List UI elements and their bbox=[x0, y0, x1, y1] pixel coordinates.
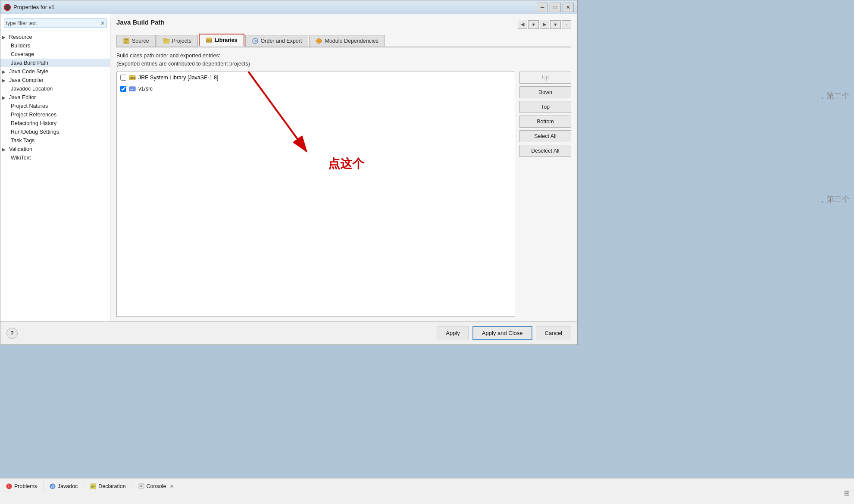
tab-source[interactable]: Source bbox=[116, 35, 156, 47]
sidebar-item-java-editor[interactable]: ▶ Java Editor bbox=[0, 93, 110, 102]
jre-checkbox[interactable] bbox=[120, 75, 126, 81]
bottom-tab-javadoc[interactable]: @ Javadoc bbox=[44, 481, 84, 491]
nav-back-dropdown[interactable]: ▼ bbox=[528, 20, 539, 29]
window-title: Properties for v1 bbox=[13, 4, 54, 10]
sidebar-item-javadoc-location[interactable]: Javadoc Location bbox=[0, 85, 110, 93]
v1src-checkbox[interactable] bbox=[120, 86, 126, 92]
top-button[interactable]: Top bbox=[519, 101, 571, 113]
tab-module-dependencies-label: Module Dependencies bbox=[325, 38, 378, 44]
bottom-tab-javadoc-label: Javadoc bbox=[58, 483, 78, 489]
problems-icon: ! bbox=[6, 483, 12, 489]
deselect-all-button[interactable]: Deselect All bbox=[519, 145, 571, 157]
sidebar-item-wikitext[interactable]: WikiText bbox=[0, 153, 110, 162]
classpath-list[interactable]: JRE JRE System Library [JavaSE-1.8] src bbox=[116, 72, 515, 317]
sidebar-item-coverage[interactable]: Coverage bbox=[0, 50, 110, 59]
sidebar-item-label-project-natures: Project Natures bbox=[11, 103, 48, 109]
nav-back-button[interactable]: ◀ bbox=[518, 20, 527, 29]
dialog-body: ✕ ▶ Resource Builders Coverage Java Buil… bbox=[0, 14, 577, 321]
sidebar-item-label-validation: Validation bbox=[9, 146, 32, 152]
filter-clear-icon[interactable]: ✕ bbox=[100, 20, 105, 26]
sidebar-item-builders[interactable]: Builders bbox=[0, 41, 110, 50]
svg-text:@: @ bbox=[51, 485, 55, 489]
bottom-tab-console[interactable]: Console ✕ bbox=[132, 481, 181, 491]
svg-text:!: ! bbox=[8, 485, 9, 489]
minimize-button[interactable]: ─ bbox=[537, 3, 548, 12]
sidebar-item-label-javadoc-location: Javadoc Location bbox=[11, 86, 53, 92]
description-line1: Build class path order and exported entr… bbox=[116, 52, 571, 60]
tab-projects-icon bbox=[163, 38, 170, 44]
main-area: JRE JRE System Library [JavaSE-1.8] src bbox=[116, 72, 571, 317]
jre-icon: JRE bbox=[129, 74, 136, 81]
nav-forward-dropdown[interactable]: ▼ bbox=[550, 20, 561, 29]
bottom-button[interactable]: Bottom bbox=[519, 116, 571, 128]
console-close-button[interactable]: ✕ bbox=[170, 484, 174, 489]
tab-libraries[interactable]: Libraries bbox=[199, 34, 244, 47]
help-button[interactable]: ? bbox=[6, 328, 18, 339]
sidebar-item-run-debug-settings[interactable]: Run/Debug Settings bbox=[0, 128, 110, 136]
apply-button[interactable]: Apply bbox=[437, 326, 469, 340]
expand-arrow-validation: ▶ bbox=[2, 147, 7, 152]
sidebar-item-label-run-debug-settings: Run/Debug Settings bbox=[11, 129, 59, 135]
restore-button[interactable]: □ bbox=[550, 3, 561, 12]
cancel-button[interactable]: Cancel bbox=[536, 326, 571, 340]
sidebar-item-project-references[interactable]: Project References bbox=[0, 110, 110, 119]
src-icon: src bbox=[129, 85, 136, 92]
sidebar-item-java-build-path[interactable]: Java Build Path bbox=[0, 59, 110, 67]
sidebar: ✕ ▶ Resource Builders Coverage Java Buil… bbox=[0, 14, 110, 321]
list-item-jre[interactable]: JRE JRE System Library [JavaSE-1.8] bbox=[117, 72, 515, 83]
tab-projects-label: Projects bbox=[172, 38, 191, 44]
title-controls: ─ □ ✕ bbox=[537, 3, 574, 12]
sidebar-item-label-resource: Resource bbox=[9, 34, 32, 40]
svg-text:JRE: JRE bbox=[130, 77, 135, 79]
list-item-v1src[interactable]: src v1/src bbox=[117, 83, 515, 94]
expand-arrow-resource: ▶ bbox=[2, 35, 7, 40]
bottom-tab-declaration-label: Declaration bbox=[98, 483, 125, 489]
bottom-tab-problems-label: Problems bbox=[14, 483, 37, 489]
description: Build class path order and exported entr… bbox=[116, 52, 571, 68]
nav-more-button[interactable]: ⋮ bbox=[562, 20, 571, 28]
sidebar-item-label-java-editor: Java Editor bbox=[9, 94, 36, 100]
down-button[interactable]: Down bbox=[519, 86, 571, 98]
expand-arrow-java-compiler: ▶ bbox=[2, 78, 7, 83]
tab-module-dependencies[interactable]: Module Dependencies bbox=[309, 35, 385, 47]
sidebar-item-label-refactoring-history: Refactoring History bbox=[11, 120, 56, 126]
main-dialog: ⬛ Properties for v1 ─ □ ✕ ✕ ▶ Resource B… bbox=[0, 0, 578, 345]
close-button[interactable]: ✕ bbox=[563, 3, 574, 12]
title-bar: ⬛ Properties for v1 ─ □ ✕ bbox=[0, 0, 577, 14]
sidebar-item-resource[interactable]: ▶ Resource bbox=[0, 33, 110, 41]
sidebar-item-java-code-style[interactable]: ▶ Java Code Style bbox=[0, 67, 110, 76]
tab-order-export-icon bbox=[252, 38, 259, 44]
expand-arrow-java-editor: ▶ bbox=[2, 95, 7, 100]
footer-left: ? bbox=[6, 328, 18, 339]
sidebar-item-label-java-code-style: Java Code Style bbox=[9, 69, 48, 75]
sidebar-item-task-tags[interactable]: Task Tags bbox=[0, 136, 110, 145]
up-button[interactable]: Up bbox=[519, 72, 571, 84]
footer-right: Apply Apply and Close Cancel bbox=[437, 326, 571, 340]
sidebar-item-refactoring-history[interactable]: Refactoring History bbox=[0, 119, 110, 128]
window-icon: ⬛ bbox=[4, 4, 11, 11]
apply-close-button[interactable]: Apply and Close bbox=[472, 326, 532, 340]
console-icon bbox=[138, 483, 144, 489]
select-all-button[interactable]: Select All bbox=[519, 130, 571, 142]
sidebar-item-label-java-compiler: Java Compiler bbox=[9, 77, 44, 83]
tab-order-export[interactable]: Order and Export bbox=[245, 35, 309, 47]
filter-input-wrap: ✕ bbox=[0, 16, 110, 31]
sidebar-item-label-java-build-path: Java Build Path bbox=[11, 60, 48, 66]
content-area: Java Build Path ◀ ▼ ▶ ▼ ⋮ Source bbox=[110, 14, 577, 321]
tab-libraries-icon bbox=[206, 37, 213, 44]
content-topbar: Java Build Path ◀ ▼ ▶ ▼ ⋮ bbox=[116, 19, 571, 30]
nav-arrows: ◀ ▼ ▶ ▼ ⋮ bbox=[518, 20, 571, 29]
filter-input[interactable] bbox=[4, 19, 106, 28]
dialog-footer: ? Apply Apply and Close Cancel bbox=[0, 321, 577, 344]
description-line2: (Exported entries are contributed to dep… bbox=[116, 60, 571, 68]
bottom-tab-declaration[interactable]: Declaration bbox=[84, 481, 132, 491]
bottom-right-icon[interactable]: ⊞ bbox=[844, 489, 850, 497]
sidebar-item-label-task-tags: Task Tags bbox=[11, 138, 34, 144]
tabs: Source Projects Libraries bbox=[116, 34, 571, 47]
sidebar-item-java-compiler[interactable]: ▶ Java Compiler bbox=[0, 76, 110, 85]
nav-forward-button[interactable]: ▶ bbox=[540, 20, 549, 29]
tab-projects[interactable]: Projects bbox=[156, 35, 198, 47]
bottom-tab-problems[interactable]: ! Problems bbox=[0, 481, 44, 491]
sidebar-item-validation[interactable]: ▶ Validation bbox=[0, 145, 110, 153]
sidebar-item-project-natures[interactable]: Project Natures bbox=[0, 102, 110, 110]
